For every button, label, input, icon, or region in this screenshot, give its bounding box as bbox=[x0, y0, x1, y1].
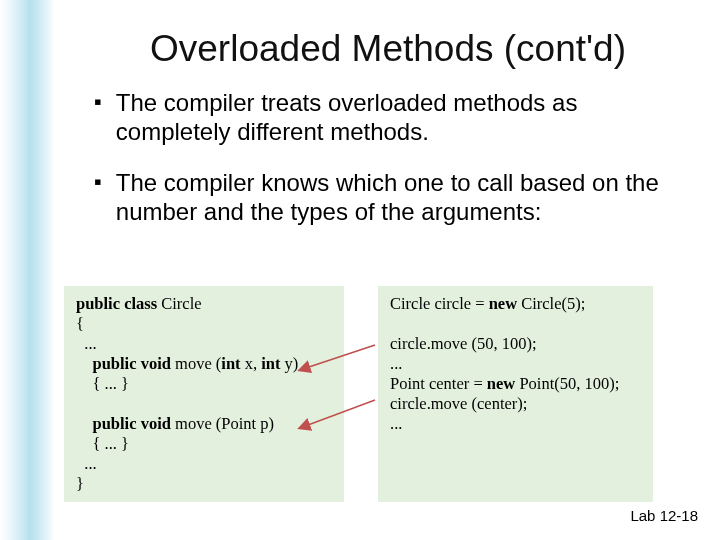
bullet-list: ▪ The compiler treats overloaded methods… bbox=[94, 88, 682, 226]
code-text: x, bbox=[241, 354, 262, 373]
code-keyword: public void bbox=[76, 354, 171, 373]
code-text: Point(50, 100); bbox=[515, 374, 619, 393]
code-text: ... bbox=[76, 334, 97, 353]
code-block-left: public class Circle { ... public void mo… bbox=[64, 286, 344, 502]
code-block-right: Circle circle = new Circle(5); circle.mo… bbox=[378, 286, 653, 502]
bullet-mark-icon: ▪ bbox=[94, 88, 102, 116]
code-text: circle.move (50, 100); bbox=[390, 334, 537, 353]
code-text: y) bbox=[280, 354, 298, 373]
bullet-mark-icon: ▪ bbox=[94, 168, 102, 196]
slide-footer: Lab 12-18 bbox=[630, 507, 698, 524]
code-keyword: new bbox=[487, 374, 515, 393]
code-area: public class Circle { ... public void mo… bbox=[64, 286, 653, 502]
code-keyword: public void bbox=[76, 414, 171, 433]
bullet-text: The compiler treats overloaded methods a… bbox=[116, 88, 682, 146]
bullet-text: The compiler knows which one to call bas… bbox=[116, 168, 682, 226]
code-text: ... bbox=[76, 454, 97, 473]
code-text: } bbox=[76, 474, 84, 493]
bullet-item: ▪ The compiler knows which one to call b… bbox=[94, 168, 682, 226]
code-text: Circle circle = bbox=[390, 294, 489, 313]
code-text: circle.move (center); bbox=[390, 394, 527, 413]
slide-content: Overloaded Methods (cont'd) ▪ The compil… bbox=[0, 0, 720, 540]
code-text: Circle(5); bbox=[517, 294, 585, 313]
code-text: move (Point p) bbox=[171, 414, 274, 433]
slide-title: Overloaded Methods (cont'd) bbox=[84, 28, 692, 70]
code-text: ... bbox=[390, 354, 402, 373]
slide: Overloaded Methods (cont'd) ▪ The compil… bbox=[0, 0, 720, 540]
code-text: { ... } bbox=[76, 434, 129, 453]
code-text: { bbox=[76, 314, 84, 333]
code-keyword: new bbox=[489, 294, 517, 313]
code-text: move ( bbox=[171, 354, 221, 373]
bullet-item: ▪ The compiler treats overloaded methods… bbox=[94, 88, 682, 146]
code-keyword: int bbox=[221, 354, 240, 373]
code-keyword: public class bbox=[76, 294, 157, 313]
code-text: ... bbox=[390, 414, 402, 433]
code-text: Point center = bbox=[390, 374, 487, 393]
code-keyword: int bbox=[261, 354, 280, 373]
code-text: Circle bbox=[157, 294, 201, 313]
code-text: { ... } bbox=[76, 374, 129, 393]
